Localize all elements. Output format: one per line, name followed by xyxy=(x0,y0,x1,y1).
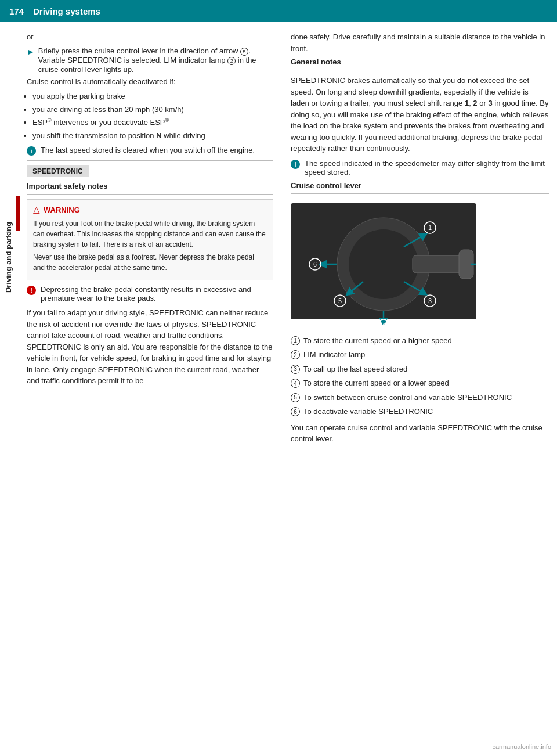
lever-item-3: 3 To call up the last speed stored xyxy=(291,363,549,375)
deactivation-bullets: you apply the parking brake you are driv… xyxy=(32,91,273,141)
svg-text:4: 4 xyxy=(382,322,385,325)
bullet-line1: Briefly press the cruise control lever i… xyxy=(38,46,251,55)
deactivated-label: Cruise control is automatically deactiva… xyxy=(27,76,273,88)
right-column: done safely. Drive carefully and maintai… xyxy=(285,31,549,448)
arrow-bullet-item: ► Briefly press the cruise control lever… xyxy=(27,46,273,74)
page-number: 174 xyxy=(9,6,24,16)
sidebar-text: Driving and parking xyxy=(4,222,13,293)
divider-3 xyxy=(291,70,549,70)
lever-item-1: 1 To store the current speed or a higher… xyxy=(291,335,549,347)
caution-icon: ! xyxy=(27,286,36,295)
circle-num-4: 4 xyxy=(291,379,300,388)
warning-text-2: Never use the brake pedal as a footrest.… xyxy=(33,252,267,273)
chapter-title: Driving systems xyxy=(33,6,100,16)
warning-triangle-icon: △ xyxy=(33,204,40,215)
bullet-indent1: Variable SPEEDTRONIC is selected. LIM in… xyxy=(38,56,256,74)
lever-item-2-text: LIM indicator lamp xyxy=(303,349,365,361)
divider-4 xyxy=(291,193,549,194)
circle-num-5: 5 xyxy=(291,393,300,402)
circle-num-1: 1 xyxy=(291,336,300,345)
general-notes-text: SPEEDTRONIC brakes automatically so that… xyxy=(291,75,549,154)
info-text-1: The last speed stored is cleared when yo… xyxy=(41,146,255,154)
page-header: 174 Driving systems xyxy=(0,0,557,22)
info-icon-1: i xyxy=(27,146,36,156)
circle-5: 5 xyxy=(240,48,248,56)
svg-text:3: 3 xyxy=(428,297,432,304)
divider-1 xyxy=(27,160,273,161)
lever-item-4: 4 To store the current speed or a lower … xyxy=(291,377,549,389)
info-icon-2: i xyxy=(291,160,300,169)
caution-box: ! Depressing the brake pedal constantly … xyxy=(27,285,273,303)
main-content: or ► Briefly press the cruise control le… xyxy=(21,22,549,448)
general-notes-heading: General notes xyxy=(291,57,549,66)
circle-num-6: 6 xyxy=(291,407,300,416)
caution-text: Depressing the brake pedal constantly re… xyxy=(41,285,273,303)
speedtronic-para: If you fail to adapt your driving style,… xyxy=(27,307,273,387)
or-text: or xyxy=(27,31,273,43)
speedtronic-tag: SPEEDTRONIC xyxy=(27,165,89,177)
lever-item-5: 5 To switch between cruise control and v… xyxy=(291,392,549,404)
lever-item-2: 2 LIM indicator lamp xyxy=(291,349,549,361)
info-box-2: i The speed indicated in the speedometer… xyxy=(291,159,549,177)
bottom-text: You can operate cruise control and varia… xyxy=(291,422,549,445)
important-safety-heading: Important safety notes xyxy=(27,182,273,190)
circle-num-3: 3 xyxy=(291,365,300,374)
lever-item-3-text: To call up the last speed stored xyxy=(303,363,407,375)
lever-items-list: 1 To store the current speed or a higher… xyxy=(291,335,549,417)
info-text-2: The speed indicated in the speedometer m… xyxy=(305,159,549,177)
bullet-1: you apply the parking brake xyxy=(32,91,273,102)
arrow-icon: ► xyxy=(27,47,35,74)
info-box-1: i The last speed stored is cleared when … xyxy=(27,146,273,156)
warning-box: △ WARNING If you rest your foot on the b… xyxy=(27,199,273,280)
bullet-4: you shift the transmission to position N… xyxy=(32,130,273,142)
circle-2a: 2 xyxy=(227,57,236,65)
svg-rect-3 xyxy=(413,255,462,273)
circle-num-2: 2 xyxy=(291,350,300,359)
warning-header: △ WARNING xyxy=(33,204,267,215)
divider-2 xyxy=(27,194,273,195)
arrow-bullet-text: Briefly press the cruise control lever i… xyxy=(38,46,273,74)
sidebar-label-container: Driving and parking xyxy=(0,44,16,470)
warning-text-1: If you rest your foot on the brake pedal… xyxy=(33,218,267,250)
lever-item-6-text: To deactivate variable SPEEDTRONIC xyxy=(303,406,433,417)
svg-text:5: 5 xyxy=(338,297,342,304)
bullet-3: ESP® intervenes or you deactivate ESP® xyxy=(32,117,273,128)
left-column: or ► Briefly press the cruise control le… xyxy=(21,31,285,448)
svg-point-2 xyxy=(349,229,418,299)
bullet-2: you are driving at less than 20 mph (30 … xyxy=(32,104,273,116)
para1-cont: done safely. Drive carefully and maintai… xyxy=(291,31,549,54)
lever-item-1-text: To store the current speed or a higher s… xyxy=(303,335,452,347)
svg-text:1: 1 xyxy=(428,224,432,231)
cruise-lever-heading: Cruise control lever xyxy=(291,181,549,190)
warning-label: WARNING xyxy=(44,206,80,214)
sidebar-bar xyxy=(16,196,20,231)
lever-item-6: 6 To deactivate variable SPEEDTRONIC xyxy=(291,406,549,417)
lever-item-5-text: To switch between cruise control and var… xyxy=(303,392,512,404)
watermark: carmanualonline.info xyxy=(492,743,551,750)
svg-text:6: 6 xyxy=(313,261,317,268)
lever-item-4-text: To store the current speed or a lower sp… xyxy=(303,377,449,389)
cruise-lever-diagram: 1 2 3 4 5 6 xyxy=(291,203,476,325)
